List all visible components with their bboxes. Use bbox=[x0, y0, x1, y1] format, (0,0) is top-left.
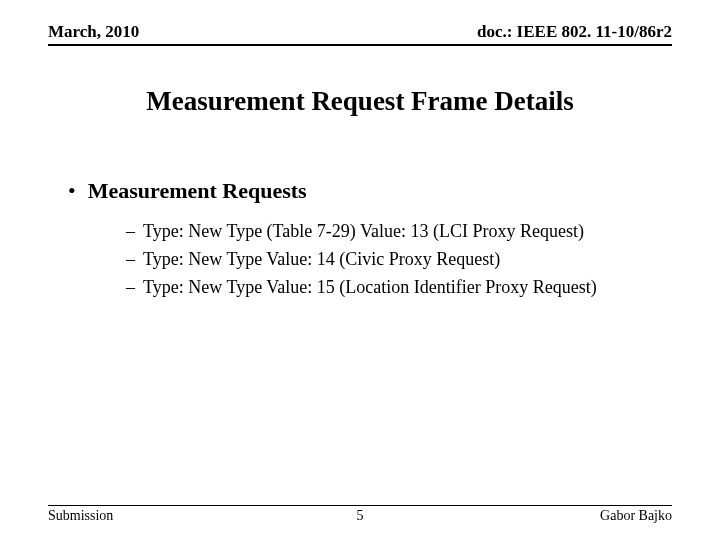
footer-row: Submission 5 Gabor Bajko bbox=[48, 508, 672, 524]
header-row: March, 2010 doc.: IEEE 802. 11-10/86r2 bbox=[48, 22, 672, 46]
sub-item: – Type: New Type Value: 14 (Civic Proxy … bbox=[126, 247, 672, 271]
footer-left: Submission bbox=[48, 508, 113, 524]
bullet-marker: • bbox=[68, 177, 76, 205]
footer: Submission 5 Gabor Bajko bbox=[48, 505, 672, 524]
footer-page-number: 5 bbox=[357, 508, 364, 524]
sub-list: – Type: New Type (Table 7-29) Value: 13 … bbox=[68, 219, 672, 299]
footer-rule bbox=[48, 505, 672, 506]
slide-page: March, 2010 doc.: IEEE 802. 11-10/86r2 M… bbox=[0, 0, 720, 540]
bullet-label: Measurement Requests bbox=[88, 177, 307, 205]
header-date: March, 2010 bbox=[48, 22, 139, 42]
sub-text: Type: New Type Value: 15 (Location Ident… bbox=[143, 275, 597, 299]
sub-item: – Type: New Type Value: 15 (Location Ide… bbox=[126, 275, 672, 299]
sub-marker: – bbox=[126, 219, 135, 243]
content-area: • Measurement Requests – Type: New Type … bbox=[48, 177, 672, 299]
sub-marker: – bbox=[126, 275, 135, 299]
sub-item: – Type: New Type (Table 7-29) Value: 13 … bbox=[126, 219, 672, 243]
sub-text: Type: New Type Value: 14 (Civic Proxy Re… bbox=[143, 247, 500, 271]
sub-text: Type: New Type (Table 7-29) Value: 13 (L… bbox=[143, 219, 584, 243]
header-docref: doc.: IEEE 802. 11-10/86r2 bbox=[477, 22, 672, 42]
bullet-item: • Measurement Requests bbox=[68, 177, 672, 205]
footer-right: Gabor Bajko bbox=[600, 508, 672, 524]
sub-marker: – bbox=[126, 247, 135, 271]
slide-title: Measurement Request Frame Details bbox=[48, 86, 672, 117]
